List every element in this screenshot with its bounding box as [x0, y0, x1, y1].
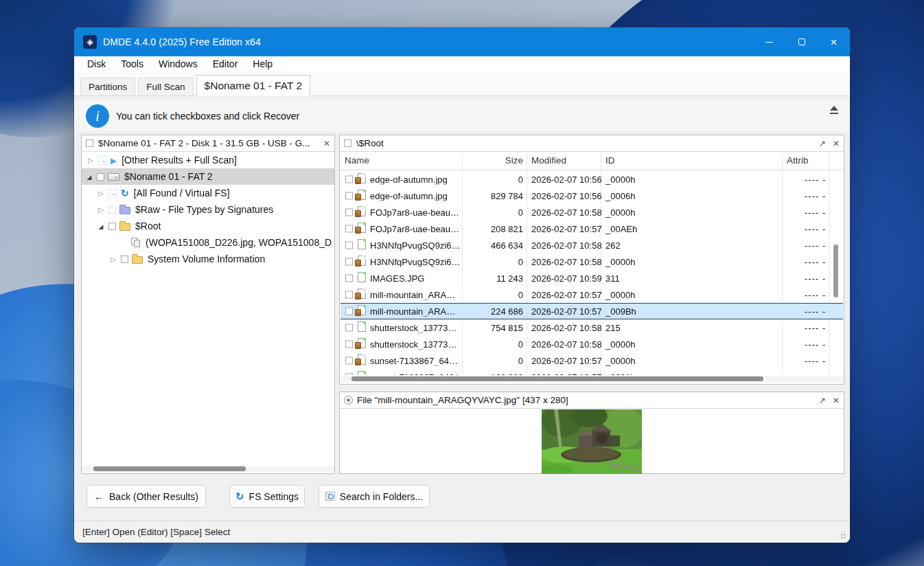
list-horizontal-scrollbar[interactable] — [340, 376, 843, 382]
file-list-panel: \$Root ↗ ✕ Name Size Modified ID Attrib … — [339, 135, 844, 385]
table-row[interactable]: H3NNfqPvugSQ9zi6cwjDrQ.j...02026-02-07 1… — [340, 253, 843, 270]
undock-icon[interactable]: ↗ — [819, 139, 826, 148]
tree-item-system-volume[interactable]: System Volume Information — [82, 251, 334, 267]
row-checkbox[interactable] — [345, 308, 353, 315]
tree-panel-title: $Noname 01 - FAT 2 - Disk 1 - 31.5 GB - … — [98, 138, 323, 148]
table-row[interactable]: FOJp7ar8-uae-beauty-nature...208 8212026… — [340, 220, 843, 237]
fs-settings-button[interactable]: FS Settings — [229, 485, 305, 508]
maximize-button[interactable] — [785, 27, 818, 56]
row-checkbox[interactable] — [345, 275, 353, 282]
raw-folder-icon — [119, 207, 130, 214]
menu-windows[interactable]: Windows — [151, 58, 205, 69]
preview-body — [340, 409, 843, 473]
minimize-button[interactable] — [753, 27, 785, 56]
list-header-checkbox[interactable] — [344, 139, 351, 147]
column-size[interactable]: Size — [464, 155, 523, 166]
resize-grip[interactable] — [840, 532, 846, 539]
deleted-file-icon — [358, 223, 366, 233]
tree-item-checkbox[interactable] — [108, 223, 116, 230]
tree-item-checkbox[interactable] — [121, 256, 128, 263]
virtual-fs-icon — [121, 188, 129, 199]
tab-partitions[interactable]: Partitions — [80, 78, 135, 95]
tree-item-raw[interactable]: $Raw - File Types by Signatures — [82, 201, 334, 218]
title-bar[interactable]: ◈ DMDE 4.4.0 (2025) Free Edition x64 × — [74, 27, 850, 56]
deleted-file-icon — [358, 288, 366, 299]
list-panel-title: \$Root — [356, 138, 384, 148]
tree-panel-header: $Noname 01 - FAT 2 - Disk 1 - 31.5 GB - … — [82, 135, 334, 152]
row-checkbox[interactable] — [345, 374, 353, 376]
scrollbar-thumb[interactable] — [351, 376, 763, 381]
tree-item-checkbox[interactable] — [97, 173, 104, 181]
file-icon — [358, 239, 366, 249]
tree-item-root[interactable]: $Root — [82, 218, 334, 234]
column-name[interactable]: Name — [345, 155, 369, 166]
table-row-clipped[interactable]: sunset-7133867_640.j160 0602026-02-07 10… — [340, 369, 843, 375]
expand-collapsed-icon[interactable] — [97, 206, 105, 214]
row-checkbox[interactable] — [345, 242, 353, 249]
deleted-file-icon — [358, 338, 366, 348]
table-row[interactable]: IMAGES.JPG11 2432026-02-07 10:59311---- … — [340, 270, 843, 286]
expand-collapsed-icon[interactable] — [86, 157, 95, 164]
tree-item-checkbox[interactable] — [108, 206, 116, 214]
tree-item-noname-volume[interactable]: $Noname 01 - FAT 2 — [82, 168, 334, 185]
row-checkbox[interactable] — [345, 176, 353, 183]
row-checkbox[interactable] — [345, 209, 353, 216]
row-checkbox[interactable] — [345, 341, 353, 348]
tree-item-other-results[interactable]: [Other Results + Full Scan] — [82, 152, 334, 168]
scrollbar-thumb[interactable] — [93, 466, 246, 471]
menu-bar: Disk Tools Windows Editor Help — [74, 56, 850, 71]
table-row[interactable]: mill-mountain_ARAGQYVAYC...02026-02-07 1… — [340, 286, 843, 303]
menu-disk[interactable]: Disk — [80, 58, 113, 69]
search-in-folders-button[interactable]: Search in Folders... — [319, 485, 430, 508]
tree-close-icon[interactable]: ✕ — [323, 139, 330, 148]
menu-editor[interactable]: Editor — [205, 58, 246, 69]
window-title: DMDE 4.4.0 (2025) Free Edition x64 — [103, 36, 261, 47]
table-row[interactable]: FOJp7ar8-uae-beauty-nature...02026-02-07… — [340, 204, 843, 220]
table-row[interactable]: H3NNfqPvugSQ9zi6cwjDrQ.j...466 6342026-0… — [340, 237, 843, 253]
file-icon — [358, 272, 366, 282]
column-header-row[interactable]: Name Size Modified ID Attrib — [340, 152, 843, 170]
expand-collapsed-icon[interactable] — [97, 190, 105, 197]
expand-open-icon[interactable] — [97, 223, 105, 230]
table-row[interactable]: edge-of-autumn.jpg829 7842026-02-07 10:5… — [340, 188, 843, 204]
expand-open-icon[interactable] — [85, 173, 93, 181]
undock-icon[interactable]: ↗ — [819, 396, 826, 405]
table-row[interactable]: shutterstock_137735081_B-2...02026-02-07… — [340, 336, 843, 352]
menu-help[interactable]: Help — [245, 58, 280, 69]
table-row[interactable]: edge-of-autumn.jpg02026-02-07 10:56_0000… — [340, 171, 843, 188]
row-checkbox[interactable] — [345, 192, 353, 200]
column-modified[interactable]: Modified — [531, 155, 566, 166]
panel-close-icon[interactable]: ✕ — [833, 396, 840, 405]
fs-settings-icon — [235, 490, 244, 503]
tab-noname-fat2[interactable]: $Noname 01 - FAT 2 — [196, 75, 310, 96]
tab-full-scan[interactable]: Full Scan — [138, 78, 193, 95]
collapse-info-icon[interactable] — [829, 106, 839, 114]
table-row[interactable]: shutterstock_137735081_B-2...754 8152026… — [340, 319, 843, 336]
row-checkbox[interactable] — [345, 324, 353, 332]
tab-bar: Partitions Full Scan $Noname 01 - FAT 2 — [74, 71, 850, 96]
panel-close-icon[interactable]: ✕ — [833, 139, 840, 148]
table-row-selected[interactable]: mill-mountain_ARAGQYVAYC...224 6862026-0… — [340, 303, 843, 319]
back-button[interactable]: Back (Other Results) — [86, 485, 206, 508]
preview-panel: File "mill-mountain_ARAGQYVAYC.jpg" [437… — [339, 392, 844, 474]
tree-item-all-found[interactable]: [All Found / Virtual FS] — [82, 185, 334, 201]
menu-tools[interactable]: Tools — [113, 58, 151, 69]
expand-collapsed-icon[interactable] — [109, 256, 117, 263]
tree-header-checkbox[interactable] — [86, 139, 93, 147]
column-id[interactable]: ID — [605, 155, 615, 166]
tree-horizontal-scrollbar[interactable] — [82, 466, 334, 472]
preview-panel-header: File "mill-mountain_ARAGQYVAYC.jpg" [437… — [340, 392, 844, 409]
partition-icon — [108, 173, 119, 181]
search-folders-icon — [325, 492, 335, 501]
tree-item-wopa-files[interactable]: (WOPA151008_D226.jpg, WOPA151008_D — [82, 234, 334, 251]
info-message: You can tick checkboxes and click Recove… — [116, 111, 299, 122]
row-checkbox[interactable] — [345, 225, 353, 233]
close-button[interactable]: × — [818, 27, 850, 56]
vertical-scrollbar-thumb[interactable] — [833, 245, 838, 297]
table-row[interactable]: sunset-7133867_640.jpg02026-02-07 10:57_… — [340, 352, 843, 369]
row-checkbox[interactable] — [345, 258, 353, 266]
column-attrib[interactable]: Attrib — [787, 155, 809, 166]
row-checkbox[interactable] — [345, 291, 353, 299]
status-bar: [Enter] Open (Editor) [Space] Select — [74, 521, 850, 543]
row-checkbox[interactable] — [345, 357, 353, 365]
